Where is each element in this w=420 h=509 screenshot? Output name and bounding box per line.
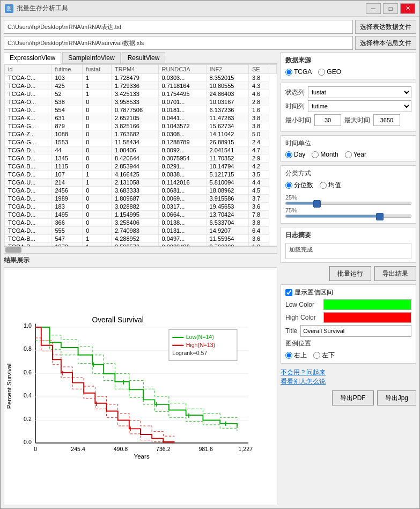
scrollbar-thumb[interactable]: [5, 247, 21, 253]
table-cell: TCGA-D...: [5, 219, 51, 227]
table-cell: 0: [83, 130, 112, 138]
geo-radio-label[interactable]: GEO: [318, 68, 341, 76]
table-cell: 2456: [51, 187, 83, 195]
table-cell: 0.0681...: [158, 187, 206, 195]
expression-file-row: 选择表达数据文件: [4, 20, 416, 34]
select-expression-btn[interactable]: 选择表达数据文件: [355, 20, 416, 34]
table-cell: 879: [51, 122, 83, 130]
export-jpg-btn[interactable]: 导出Jpg: [377, 390, 416, 405]
high-color-row: High Color: [285, 312, 411, 323]
quantile-radio[interactable]: [285, 182, 292, 189]
minimize-button[interactable]: ─: [366, 3, 381, 14]
table-cell: 13.70424: [206, 211, 248, 219]
close-button[interactable]: ✕: [400, 3, 415, 14]
geo-radio[interactable]: [318, 69, 325, 76]
y-axis-label: Percent Survival: [5, 364, 12, 409]
table-cell: 0: [83, 98, 112, 106]
high-ci-lower: [35, 338, 174, 443]
day-label: Day: [294, 151, 305, 158]
table-cell: 1: [83, 235, 112, 243]
survival-chart: Overall Survival 0.0 0.2 0.4 0.6 0.8 1.0: [4, 268, 277, 505]
table-cell: 15.62734: [206, 122, 248, 130]
slider-25-track: [285, 202, 411, 205]
top-right-radio[interactable]: [285, 352, 292, 359]
table-cell: 11.58434: [112, 138, 159, 146]
table-cell: 3.258406: [112, 219, 159, 227]
select-survival-btn[interactable]: 选择样本信息文件: [355, 36, 416, 50]
maximize-button[interactable]: □: [383, 3, 398, 14]
high-color-swatch[interactable]: [323, 312, 411, 323]
year-radio-label[interactable]: Year: [345, 151, 366, 158]
show-ci-checkbox[interactable]: [285, 289, 292, 296]
run-btn[interactable]: 批量运行: [329, 266, 371, 281]
table-cell: 1.6: [248, 106, 269, 114]
table-row: TCGA-B...54714.2889520.0497...11.559543.…: [5, 235, 277, 243]
table-cell: 10.80555: [206, 82, 248, 90]
table-cell: 1.8: [248, 243, 269, 246]
table-cell: 26.88915: [206, 138, 248, 146]
mean-radio[interactable]: [320, 182, 327, 189]
max-time-input[interactable]: [373, 114, 400, 126]
expression-file-input[interactable]: [4, 20, 353, 34]
log-area: 加载完成: [285, 243, 411, 259]
table-cell: 0.0317...: [158, 203, 206, 211]
time-col-select[interactable]: futime: [308, 100, 411, 112]
table-cell: 8.352015: [206, 74, 248, 82]
slider-25-thumb[interactable]: [313, 200, 321, 208]
table-cell: 2.4: [248, 138, 269, 146]
others-link[interactable]: 看看别人怎么说: [281, 378, 326, 385]
slider-75-thumb[interactable]: [376, 213, 384, 220]
quantile-radio-label[interactable]: 分位数: [285, 181, 313, 190]
high-survival-line: [35, 327, 174, 442]
year-radio[interactable]: [345, 151, 352, 158]
slider-75-fill: [286, 215, 380, 217]
tcga-radio-label[interactable]: TCGA: [285, 68, 312, 76]
tab-result[interactable]: ResultView: [122, 52, 166, 63]
table-cell: 3.580576: [112, 243, 159, 246]
table-cell: 4.6: [248, 90, 269, 98]
table-cell: 24.86403: [206, 90, 248, 98]
bottom-left-radio[interactable]: [313, 352, 320, 359]
y-tick-10: 1.0: [24, 322, 32, 329]
help-link[interactable]: 不会用？问起来: [281, 368, 326, 376]
status-col-select[interactable]: fustat: [308, 86, 411, 98]
tab-expression[interactable]: ExpressionView: [4, 52, 61, 64]
table-cell: TCGA-O...: [5, 98, 51, 106]
table-row: TCGA-D...10714.1664250.0838...5.1217153.…: [5, 171, 277, 179]
table-cell: TCGA-B...: [5, 235, 51, 243]
y-tick-04: 0.4: [24, 392, 32, 399]
top-right-label: 右上: [294, 351, 307, 360]
mean-radio-label[interactable]: 均值: [320, 181, 341, 190]
export-pdf-btn[interactable]: 导出PDF: [332, 390, 374, 405]
table-cell: 0.0664...: [158, 211, 206, 219]
column-config-section: 状态列 fustat 时间列 futime 最小时间: [281, 83, 416, 132]
table-row: TCGA-U...5213.4251330.175449524.864034.6: [5, 90, 277, 98]
slider-25-label: 25%: [285, 194, 411, 201]
table-cell: 3.425133: [112, 90, 159, 98]
bottom-left-radio-label[interactable]: 左下: [313, 351, 335, 360]
month-radio[interactable]: [312, 151, 319, 158]
horizontal-scrollbar[interactable]: [4, 246, 277, 254]
data-source-section: 数据来源 TCGA GEO: [281, 52, 416, 79]
tcga-radio[interactable]: [285, 69, 292, 76]
table-cell: 11.70352: [206, 154, 248, 163]
min-time-input[interactable]: [314, 114, 341, 126]
day-radio[interactable]: [285, 151, 292, 158]
table-cell: 4.7: [248, 146, 269, 154]
data-table-container: id futime fustat TRPM4 RUNDC3A INF2 SE: [4, 64, 277, 246]
low-color-swatch[interactable]: [323, 299, 411, 310]
table-cell: 0.7877506: [112, 106, 159, 114]
time-range-row: 最小时间 最大时间: [285, 114, 411, 126]
top-right-radio-label[interactable]: 右上: [285, 351, 307, 360]
day-radio-label[interactable]: Day: [285, 151, 305, 158]
table-cell: 2.8: [248, 98, 269, 106]
table-cell: 44: [51, 146, 83, 154]
chart-title-input[interactable]: [300, 325, 411, 337]
month-radio-label[interactable]: Month: [312, 151, 338, 158]
export-result-btn[interactable]: 导出结果: [374, 266, 416, 281]
tab-sampleinfo[interactable]: SampleInfoView: [62, 52, 121, 63]
action-btn-row: 批量运行 导出结果: [281, 266, 416, 281]
survival-file-input[interactable]: [4, 36, 353, 50]
show-ci-label: 显示置信区间: [294, 288, 333, 297]
table-cell: 1: [83, 74, 112, 82]
